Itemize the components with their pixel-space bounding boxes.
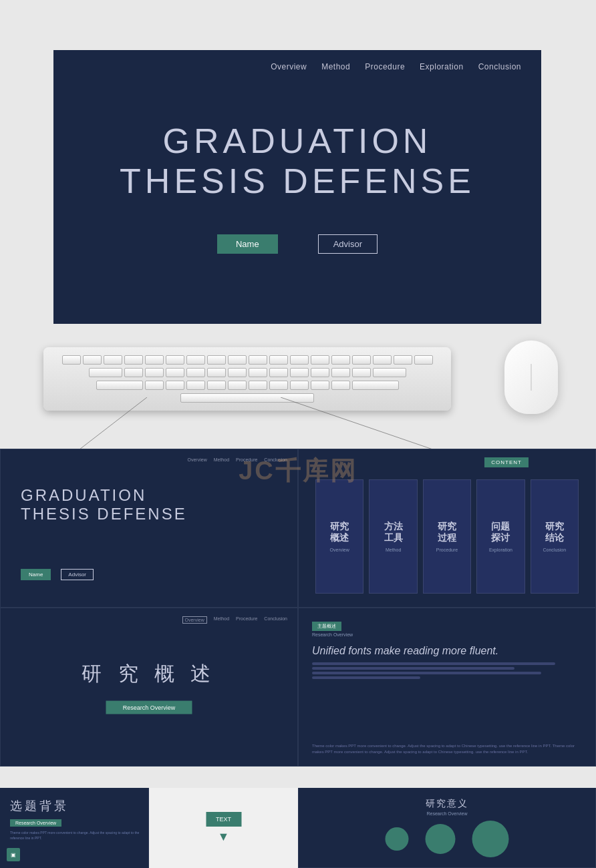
key [124,368,143,377]
hero-line1: GRADUATION [120,121,475,161]
text-line-3 [312,672,541,674]
br1-cn: 研究意义 [426,798,468,810]
content-card-5: 研究结论 Conclusion [531,479,579,594]
card-en-5: Conclusion [543,548,567,552]
thumb1-advisor-button[interactable]: Advisor [61,569,94,580]
content-card-3: 研究过程 Procedure [423,479,471,594]
bottom-right: 研究意义 Research Overview [298,788,596,868]
key [394,355,412,365]
thumb1-title: GRADUATION THESIS DEFENSE [21,486,187,523]
thumb3-nav-procedure: Procedure [236,616,257,624]
hero-slide: Overview Method Procedure Exploration Co… [53,50,541,324]
thumb4-header: 主题概述 Research Overview [312,618,353,637]
thumb3-nav-method: Method [214,616,229,624]
card-cn-5: 研究结论 [545,521,564,544]
br1-en: Research Overview [426,811,468,816]
connector-lines [0,397,596,454]
thumb4-big-text: Unified fonts make reading more fluent. [312,645,582,657]
key [186,355,205,365]
key [228,381,247,390]
thumb4-main-text: Unified fonts make reading more fluent. [312,645,582,679]
name-button[interactable]: Name [217,234,278,254]
hero-line2: THESIS DEFENSE [120,161,475,201]
nav-method[interactable]: Method [321,62,350,71]
card-en-3: Procedure [436,548,458,552]
bl1-icon: ▣ [7,848,20,861]
key [311,381,329,390]
key [104,355,122,365]
research-overview-button[interactable]: Research Overview [106,701,192,714]
key-row-1 [53,355,441,365]
content-card-2: 方法工具 Method [369,479,417,594]
content-card-4: 问题探讨 Exploration [476,479,525,594]
text-button[interactable]: TEXT [206,812,241,827]
thumb3-nav: Overview Method Procedure Conclusion [182,616,287,624]
key [124,355,143,365]
card-cn-3: 研究过程 [438,521,456,544]
bottom-row: 选题背景 Research Overview Theme color makes… [0,788,596,868]
nav-conclusion[interactable]: Conclusion [478,62,521,71]
key [83,355,102,365]
key [352,355,371,365]
thumbnail-4: 主题概述 Research Overview Unified fonts mak… [298,608,596,767]
svg-line-1 [281,397,446,454]
text-line-4 [312,676,420,679]
card-cn-2: 方法工具 [384,521,403,544]
key [207,368,226,377]
key [290,355,309,365]
key [331,381,350,390]
thumb1-name-button[interactable]: Name [21,569,51,580]
key [249,355,267,365]
card-en-1: Overview [330,548,349,552]
key [207,355,226,365]
key [96,381,143,390]
br1-circles [386,821,509,857]
thumb4-subtitle: Research Overview [312,632,353,637]
bl1-badge: Research Overview [10,819,61,827]
content-card-1: 研究概述 Overview [315,479,363,594]
circle-medium [426,824,456,854]
thumb1-line1: GRADUATION [21,486,187,505]
key [207,381,226,390]
key [352,368,371,377]
thumb1-nav-procedure: Procedure [236,457,257,462]
card-en-2: Method [386,548,401,552]
thumbnail-2: CONTENT 研究概述 Overview 方法工具 Method 研究过程 P… [298,449,596,608]
card-en-4: Exploration [489,548,512,552]
thumb1-buttons: Name Advisor [21,569,94,580]
thumb1-nav: Overview Method Procedure Conclusion [188,457,287,462]
thumb3-nav-conclusion: Conclusion [264,616,287,624]
text-line-2 [312,667,514,670]
key [414,355,433,365]
key [269,368,288,377]
key [290,368,309,377]
bottom-left-split: 选题背景 Research Overview Theme color makes… [0,788,298,868]
key-row-2 [53,368,441,377]
key [352,381,399,390]
svg-line-0 [73,397,147,454]
key [89,368,122,377]
nav-procedure[interactable]: Procedure [365,62,405,71]
key [331,368,350,377]
key [62,355,81,365]
arrow-icon: ▼ [206,830,241,844]
key [249,368,267,377]
thumb4-small-lines [312,662,582,679]
connector-svg [0,397,596,454]
key [145,381,164,390]
nav-overview[interactable]: Overview [271,62,307,71]
circle-large [472,821,509,857]
key [166,368,184,377]
key [228,355,247,365]
advisor-button[interactable]: Advisor [318,234,378,254]
thumbnail-1: Overview Method Procedure Conclusion GRA… [0,449,298,608]
key [311,355,329,365]
thumb1-nav-conclusion: Conclusion [264,457,287,462]
bl2-content: TEXT ▼ [206,812,241,844]
key [290,381,309,390]
bl1-small-text: Theme color makes PPT more convenient to… [10,831,148,841]
thumb1-line2: THESIS DEFENSE [21,505,187,523]
thumb4-bottom-text: Theme color makes PPT more convenient to… [312,743,582,756]
key [186,381,205,390]
nav-exploration[interactable]: Exploration [420,62,464,71]
